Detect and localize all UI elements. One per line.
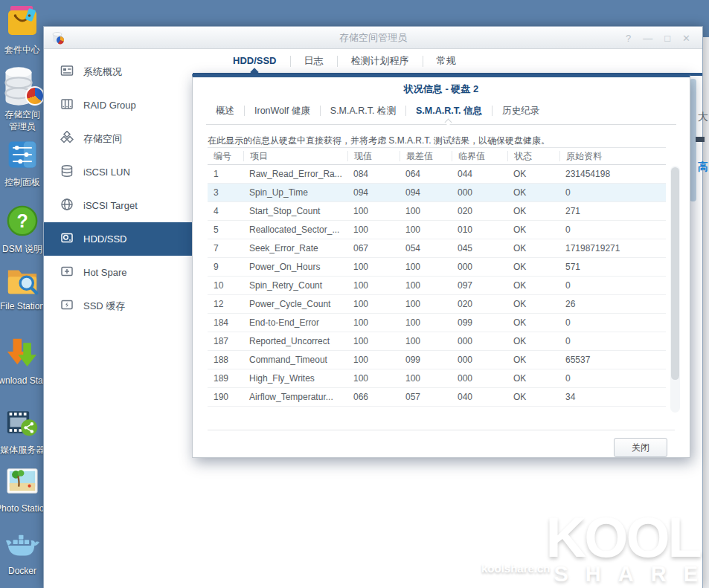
desktop-icon-label: DSM 说明 — [2, 243, 42, 256]
cell-item: Power_On_Hours — [243, 262, 347, 272]
cell-threshold: 000 — [452, 336, 507, 346]
sidebar-item-overview[interactable]: 系统概况 — [44, 55, 193, 88]
sidebar-item-spare[interactable]: Hot Spare — [44, 256, 193, 289]
cell-threshold: 010 — [452, 224, 507, 235]
main-tab-1[interactable]: HDD/SSD — [219, 49, 290, 73]
table-row[interactable]: 190Airflow_Temperatur...066057040OK34 — [208, 388, 666, 407]
volume-icon — [60, 131, 74, 146]
column-header[interactable]: 状态 — [507, 151, 559, 161]
desktop-icon-package-center[interactable]: 套件中心 — [0, 3, 45, 56]
table-row[interactable]: 189High_Fly_Writes100100000OK0 — [208, 369, 666, 388]
table-row[interactable]: 1Raw_Read_Error_Ra...084064044OK23145419… — [208, 165, 666, 184]
dialog-tab-3[interactable]: S.M.A.R.T. 检测 — [321, 105, 405, 117]
column-header[interactable]: 现值 — [347, 151, 400, 161]
table-row[interactable]: 5Reallocated_Sector_...100100010OK0 — [208, 221, 666, 239]
svg-text:?: ? — [16, 210, 28, 231]
cell-raw: 0 — [559, 317, 666, 328]
cell-current: 094 — [347, 187, 400, 198]
sidebar-item-lun[interactable]: iSCSI LUN — [44, 155, 193, 189]
cell-threshold: 040 — [452, 392, 507, 402]
cell-current: 100 — [347, 336, 400, 346]
table-row[interactable]: 187Reported_Uncorrect100100000OK0 — [208, 332, 666, 351]
cell-status: OK — [507, 280, 559, 291]
sidebar-item-raid[interactable]: RAID Group — [44, 88, 193, 122]
close-button[interactable]: 关闭 — [614, 438, 667, 457]
docker-whale-icon — [5, 531, 39, 563]
package-center-icon — [4, 3, 40, 42]
smart-attributes-table: 编号项目现值最差值临界值状态原始资料1Raw_Read_Error_Ra...0… — [208, 147, 666, 407]
cell-id: 4 — [208, 206, 243, 216]
desktop-icon-media-server[interactable]: 媒体服务器 — [0, 406, 45, 456]
sidebar-item-cache[interactable]: SSD 缓存 — [44, 289, 193, 323]
column-header[interactable]: 临界值 — [452, 151, 507, 161]
cell-threshold: 045 — [452, 243, 507, 253]
table-row[interactable]: 10Spin_Retry_Count100100097OK0 — [208, 277, 666, 295]
lun-icon — [60, 164, 74, 180]
desktop-icon-control-panel[interactable]: 控制面板 — [0, 138, 45, 189]
table-row[interactable]: 7Seek_Error_Rate067054045OK17198719271 — [208, 239, 666, 258]
table-row[interactable]: 12Power_Cycle_Count100100020OK26 — [208, 295, 666, 314]
main-tab-3[interactable]: 检测计划程序 — [338, 49, 423, 73]
sidebar-item-label: 系统概况 — [83, 65, 122, 79]
table-row[interactable]: 4Start_Stop_Count100100020OK271 — [208, 202, 666, 221]
help-icon[interactable]: ? — [626, 33, 631, 43]
hdd-icon — [60, 231, 74, 247]
cell-status: OK — [507, 224, 559, 235]
cell-worst: 064 — [400, 169, 452, 179]
download-arrows-icon — [5, 336, 39, 373]
dialog-description: 在此显示的信息从硬盘中直接获得，并将考虑 S.M.A.R.T. 测试结果，以确保… — [208, 135, 675, 147]
occluded-link-fragment: 高 — [698, 161, 708, 174]
sidebar-item-volume[interactable]: 存储空间 — [44, 122, 193, 155]
column-header[interactable]: 编号 — [208, 151, 243, 161]
dialog-tab-2[interactable]: IronWolf 健康 — [245, 105, 320, 117]
cell-threshold: 097 — [452, 280, 507, 291]
desktop-icon-file-station[interactable]: File Station — [0, 262, 45, 311]
table-row[interactable]: 188Command_Timeout100099000OK65537 — [208, 351, 666, 369]
desktop-icon-docker[interactable]: Docker — [0, 531, 45, 576]
sidebar-item-target[interactable]: iSCSI Target — [44, 189, 193, 222]
cell-id: 188 — [208, 355, 243, 365]
cell-raw: 65537 — [559, 355, 666, 365]
table-header-row: 编号项目现值最差值临界值状态原始资料 — [208, 147, 666, 165]
desktop-icon-photo-station[interactable]: Photo Station — [0, 464, 45, 514]
table-row[interactable]: 184End-to-End_Error100100099OK0 — [208, 314, 666, 332]
cell-worst: 094 — [400, 187, 452, 198]
desktop-icon-download-station[interactable]: Download Station — [0, 336, 45, 386]
sidebar-item-hdd[interactable]: HDD/SSD — [44, 222, 193, 256]
cell-worst: 100 — [400, 206, 452, 216]
dialog-tab-5[interactable]: 历史纪录 — [493, 105, 549, 117]
desktop-icon-label: 媒体服务器 — [0, 444, 45, 456]
cell-current: 067 — [347, 243, 400, 253]
table-row[interactable]: 3Spin_Up_Time094094000OK0 — [208, 184, 666, 202]
main-tab-2[interactable]: 日志 — [291, 49, 337, 73]
column-header[interactable]: 最差值 — [400, 151, 452, 161]
cell-raw: 0 — [559, 373, 666, 384]
overview-icon — [60, 64, 74, 80]
cell-worst: 100 — [400, 336, 452, 346]
cell-item: End-to-End_Error — [243, 317, 347, 328]
column-header[interactable]: 原始资料 — [559, 151, 666, 161]
table-scrollbar[interactable] — [670, 166, 680, 413]
desktop-icon-dsm-help[interactable]: ? DSM 说明 — [0, 204, 45, 256]
cell-status: OK — [507, 169, 559, 179]
main-tab-4[interactable]: 常规 — [423, 49, 469, 73]
cell-raw: 0 — [559, 280, 666, 291]
cell-id: 190 — [208, 392, 243, 402]
cell-current: 100 — [347, 262, 400, 272]
dialog-tab-1[interactable]: 概述 — [206, 105, 244, 117]
maximize-icon[interactable]: □ — [664, 33, 670, 43]
table-row[interactable]: 9Power_On_Hours100100000OK571 — [208, 258, 666, 277]
cell-current: 100 — [347, 206, 400, 216]
desktop-icon-storage-manager[interactable]: 存储空间管理员 — [0, 65, 45, 132]
dialog-tab-4[interactable]: S.M.A.R.T. 信息 — [406, 105, 492, 117]
cell-current: 100 — [347, 355, 400, 365]
desktop-icon-label: File Station — [0, 301, 45, 311]
column-header[interactable]: 项目 — [243, 151, 347, 161]
close-icon[interactable]: ✕ — [682, 33, 690, 43]
cell-item: Seek_Error_Rate — [243, 243, 347, 253]
sidebar-item-label: HDD/SSD — [83, 233, 127, 245]
table-scrollbar-thumb[interactable] — [671, 167, 679, 380]
cell-worst: 100 — [400, 299, 452, 309]
minimize-icon[interactable]: — — [643, 33, 652, 43]
cell-id: 10 — [208, 280, 243, 291]
